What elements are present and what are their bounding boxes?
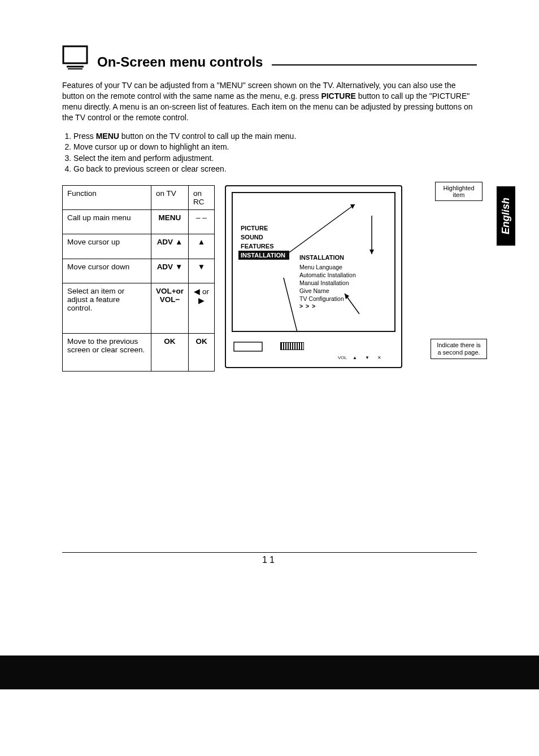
table-row: Move to the previous screen or clear scr…: [63, 334, 215, 372]
osd-submenu-item: Menu Language: [299, 263, 356, 271]
svg-rect-0: [63, 46, 87, 63]
step-item: Go back to previous screen or clear scre…: [73, 164, 477, 175]
tv-diagram: PICTURESOUNDFEATURESINSTALLATION INSTALL…: [225, 185, 477, 372]
osd-submenu-item: Manual Installation: [299, 279, 356, 287]
cell-on-tv: MENU: [151, 209, 188, 234]
osd-submenu-item: TV Configuration: [299, 295, 356, 303]
cell-on-tv: ADV ▼: [151, 259, 188, 283]
section-title: On-Screen menu controls: [97, 54, 263, 70]
tv-base-icons: VOL ▲ ▼ ✕: [232, 339, 395, 361]
svg-text:VOL: VOL: [338, 355, 347, 360]
osd-main-menu: PICTURESOUNDFEATURESINSTALLATION: [238, 224, 289, 260]
language-badge: English: [497, 186, 515, 246]
osd-menu-item: PICTURE: [238, 224, 289, 233]
svg-line-3: [289, 204, 355, 252]
th-on-rc: on RC: [189, 185, 215, 209]
submenu-more-indicator: > > >: [299, 303, 356, 309]
function-table: Function on TV on RC Call up main menuME…: [62, 185, 215, 372]
page-rule: [62, 552, 477, 553]
osd-menu-item: FEATURES: [238, 242, 289, 251]
cell-function: Select an item or adjust a feature contr…: [63, 283, 151, 334]
table-row: Select an item or adjust a feature contr…: [63, 283, 215, 334]
osd-menu-item: INSTALLATION: [238, 251, 289, 260]
callout-second-page: Indicate there is a second page.: [431, 339, 487, 359]
osd-submenu: INSTALLATION Menu LanguageAutomatic Inst…: [299, 254, 356, 309]
svg-text:▲: ▲: [353, 355, 357, 360]
cell-on-tv: ADV ▲: [151, 234, 188, 259]
svg-marker-6: [370, 250, 374, 254]
cell-function: Move cursor down: [63, 259, 151, 283]
cell-function: Move cursor up: [63, 234, 151, 259]
th-function: Function: [63, 185, 151, 209]
th-on-tv: on TV: [151, 185, 188, 209]
table-row: Move cursor downADV ▼▼: [63, 259, 215, 283]
svg-text:▼: ▼: [365, 355, 370, 360]
table-row: Call up main menuMENU– –: [63, 209, 215, 234]
cell-function: Call up main menu: [63, 209, 151, 234]
osd-submenu-item: Give Name: [299, 287, 356, 295]
scan-bottom: [0, 656, 539, 689]
cell-on-tv: OK: [151, 334, 188, 372]
cell-function: Move to the previous screen or clear scr…: [63, 334, 151, 372]
table-row: Move cursor upADV ▲▲: [63, 234, 215, 259]
svg-marker-4: [350, 204, 355, 209]
osd-menu-item: SOUND: [238, 233, 289, 242]
cell-on-rc: ◀ or ▶: [189, 283, 215, 334]
cell-on-rc: ▼: [189, 259, 215, 283]
intro-paragraph: Features of your TV can be adjusted from…: [62, 80, 477, 123]
submenu-heading: INSTALLATION: [299, 254, 356, 261]
svg-rect-11: [234, 342, 262, 351]
svg-line-9: [284, 278, 301, 331]
step-item: Press MENU button on the TV control to c…: [73, 131, 477, 142]
tv-icon: [62, 45, 88, 70]
cell-on-tv: VOL+or VOL−: [151, 283, 188, 334]
step-item: Move cursor up or down to highlight an i…: [73, 142, 477, 153]
svg-text:✕: ✕: [377, 355, 381, 360]
steps-list: Press MENU button on the TV control to c…: [62, 131, 477, 175]
step-item: Select the item and perform adjustment.: [73, 153, 477, 164]
cell-on-rc: ▲: [189, 234, 215, 259]
cell-on-rc: – –: [189, 209, 215, 234]
callout-highlighted: Highlighted item: [435, 182, 483, 201]
page-number: 11: [62, 555, 477, 565]
title-rule: [272, 64, 477, 65]
cell-on-rc: OK: [189, 334, 215, 372]
osd-submenu-item: Automatic Installation: [299, 271, 356, 279]
